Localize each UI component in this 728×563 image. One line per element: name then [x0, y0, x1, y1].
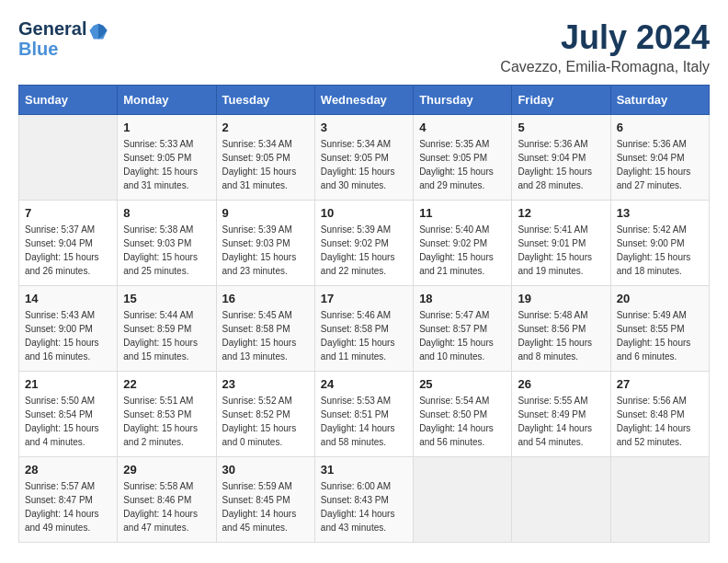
day-number: 19: [518, 292, 604, 305]
day-number: 23: [222, 377, 309, 391]
calendar-cell: 22Sunrise: 5:51 AM Sunset: 8:53 PM Dayli…: [118, 372, 216, 457]
day-info: Sunrise: 5:39 AM Sunset: 9:03 PM Dayligh…: [222, 223, 309, 278]
day-info: Sunrise: 5:45 AM Sunset: 8:58 PM Dayligh…: [222, 308, 309, 363]
calendar-cell: 28Sunrise: 5:57 AM Sunset: 8:47 PM Dayli…: [19, 457, 118, 543]
day-info: Sunrise: 5:39 AM Sunset: 9:02 PM Dayligh…: [321, 223, 407, 278]
calendar-week-row: 7Sunrise: 5:37 AM Sunset: 9:04 PM Daylig…: [19, 201, 710, 286]
calendar-cell: 13Sunrise: 5:42 AM Sunset: 9:00 PM Dayli…: [610, 201, 709, 286]
day-info: Sunrise: 5:55 AM Sunset: 8:49 PM Dayligh…: [518, 394, 604, 449]
calendar-cell: [19, 115, 118, 201]
calendar-week-row: 21Sunrise: 5:50 AM Sunset: 8:54 PM Dayli…: [19, 372, 710, 457]
calendar-cell: 15Sunrise: 5:44 AM Sunset: 8:59 PM Dayli…: [118, 286, 216, 372]
calendar-body: 1Sunrise: 5:33 AM Sunset: 9:05 PM Daylig…: [19, 115, 710, 543]
logo-text: General: [18, 18, 108, 40]
day-info: Sunrise: 5:49 AM Sunset: 8:55 PM Dayligh…: [617, 308, 703, 363]
weekday-header-thursday: Thursday: [414, 86, 512, 115]
day-number: 30: [222, 463, 309, 477]
day-info: Sunrise: 5:48 AM Sunset: 8:56 PM Dayligh…: [518, 308, 604, 363]
calendar-cell: 8Sunrise: 5:38 AM Sunset: 9:03 PM Daylig…: [118, 201, 216, 286]
day-number: 13: [617, 206, 703, 220]
day-info: Sunrise: 5:40 AM Sunset: 9:02 PM Dayligh…: [419, 223, 506, 278]
day-info: Sunrise: 5:56 AM Sunset: 8:48 PM Dayligh…: [617, 394, 703, 449]
day-info: Sunrise: 5:34 AM Sunset: 9:05 PM Dayligh…: [222, 137, 309, 192]
day-number: 10: [321, 206, 407, 220]
weekday-header-monday: Monday: [118, 86, 216, 115]
calendar-cell: 19Sunrise: 5:48 AM Sunset: 8:56 PM Dayli…: [512, 286, 610, 372]
day-info: Sunrise: 5:46 AM Sunset: 8:58 PM Dayligh…: [321, 308, 407, 363]
calendar-cell: 25Sunrise: 5:54 AM Sunset: 8:50 PM Dayli…: [414, 372, 512, 457]
day-number: 14: [25, 292, 111, 305]
page-header: General Blue July 2024 Cavezzo, Emilia-R…: [18, 18, 710, 75]
day-info: Sunrise: 5:41 AM Sunset: 9:01 PM Dayligh…: [518, 223, 604, 278]
calendar-cell: 27Sunrise: 5:56 AM Sunset: 8:48 PM Dayli…: [610, 372, 709, 457]
calendar-cell: 23Sunrise: 5:52 AM Sunset: 8:52 PM Dayli…: [216, 372, 314, 457]
calendar-cell: 11Sunrise: 5:40 AM Sunset: 9:02 PM Dayli…: [414, 201, 512, 286]
day-number: 17: [321, 292, 407, 305]
calendar-cell: 6Sunrise: 5:36 AM Sunset: 9:04 PM Daylig…: [610, 115, 709, 201]
calendar-cell: 10Sunrise: 5:39 AM Sunset: 9:02 PM Dayli…: [314, 201, 413, 286]
day-info: Sunrise: 5:43 AM Sunset: 9:00 PM Dayligh…: [25, 308, 111, 363]
calendar-cell: 26Sunrise: 5:55 AM Sunset: 8:49 PM Dayli…: [512, 372, 610, 457]
calendar-cell: 1Sunrise: 5:33 AM Sunset: 9:05 PM Daylig…: [118, 115, 216, 201]
day-info: Sunrise: 5:38 AM Sunset: 9:03 PM Dayligh…: [123, 223, 210, 278]
month-year: July 2024: [500, 18, 710, 57]
day-number: 25: [419, 377, 506, 391]
weekday-header-saturday: Saturday: [610, 86, 709, 115]
day-number: 7: [25, 206, 111, 220]
day-info: Sunrise: 5:34 AM Sunset: 9:05 PM Dayligh…: [321, 137, 407, 192]
calendar-cell: 9Sunrise: 5:39 AM Sunset: 9:03 PM Daylig…: [216, 201, 314, 286]
calendar-cell: 17Sunrise: 5:46 AM Sunset: 8:58 PM Dayli…: [314, 286, 413, 372]
day-number: 16: [222, 292, 309, 305]
calendar-cell: 21Sunrise: 5:50 AM Sunset: 8:54 PM Dayli…: [19, 372, 118, 457]
logo-blue: Blue: [18, 39, 108, 59]
day-info: Sunrise: 5:52 AM Sunset: 8:52 PM Dayligh…: [222, 394, 309, 449]
day-number: 8: [123, 206, 210, 220]
day-info: Sunrise: 5:33 AM Sunset: 9:05 PM Dayligh…: [123, 137, 210, 192]
day-info: Sunrise: 5:47 AM Sunset: 8:57 PM Dayligh…: [419, 308, 506, 363]
day-info: Sunrise: 5:53 AM Sunset: 8:51 PM Dayligh…: [321, 394, 407, 449]
day-number: 29: [123, 463, 210, 477]
day-number: 20: [617, 292, 703, 305]
day-number: 26: [518, 377, 604, 391]
calendar-cell: 16Sunrise: 5:45 AM Sunset: 8:58 PM Dayli…: [216, 286, 314, 372]
day-number: 6: [617, 121, 703, 134]
day-number: 15: [123, 292, 210, 305]
day-number: 24: [321, 377, 407, 391]
calendar-cell: 14Sunrise: 5:43 AM Sunset: 9:00 PM Dayli…: [19, 286, 118, 372]
day-info: Sunrise: 5:36 AM Sunset: 9:04 PM Dayligh…: [518, 137, 604, 192]
calendar-cell: 29Sunrise: 5:58 AM Sunset: 8:46 PM Dayli…: [118, 457, 216, 543]
calendar-cell: 24Sunrise: 5:53 AM Sunset: 8:51 PM Dayli…: [314, 372, 413, 457]
day-number: 1: [123, 121, 210, 134]
calendar-cell: [512, 457, 610, 543]
weekday-header-row: SundayMondayTuesdayWednesdayThursdayFrid…: [19, 86, 710, 115]
day-info: Sunrise: 5:50 AM Sunset: 8:54 PM Dayligh…: [25, 394, 111, 449]
day-info: Sunrise: 5:57 AM Sunset: 8:47 PM Dayligh…: [25, 479, 111, 534]
calendar-cell: 2Sunrise: 5:34 AM Sunset: 9:05 PM Daylig…: [216, 115, 314, 201]
calendar-week-row: 28Sunrise: 5:57 AM Sunset: 8:47 PM Dayli…: [19, 457, 710, 543]
day-info: Sunrise: 5:35 AM Sunset: 9:05 PM Dayligh…: [419, 137, 506, 192]
calendar-cell: 5Sunrise: 5:36 AM Sunset: 9:04 PM Daylig…: [512, 115, 610, 201]
day-info: Sunrise: 6:00 AM Sunset: 8:43 PM Dayligh…: [321, 479, 407, 534]
day-number: 4: [419, 121, 506, 134]
calendar-cell: [610, 457, 709, 543]
title-section: July 2024 Cavezzo, Emilia-Romagna, Italy: [500, 18, 710, 75]
day-info: Sunrise: 5:51 AM Sunset: 8:53 PM Dayligh…: [123, 394, 210, 449]
calendar-cell: 12Sunrise: 5:41 AM Sunset: 9:01 PM Dayli…: [512, 201, 610, 286]
day-info: Sunrise: 5:36 AM Sunset: 9:04 PM Dayligh…: [617, 137, 703, 192]
day-number: 28: [25, 463, 111, 477]
day-number: 5: [518, 121, 604, 134]
day-info: Sunrise: 5:37 AM Sunset: 9:04 PM Dayligh…: [25, 223, 111, 278]
day-number: 3: [321, 121, 407, 134]
calendar-cell: 7Sunrise: 5:37 AM Sunset: 9:04 PM Daylig…: [19, 201, 118, 286]
weekday-header-sunday: Sunday: [19, 86, 118, 115]
logo: General Blue: [18, 18, 108, 59]
calendar-week-row: 1Sunrise: 5:33 AM Sunset: 9:05 PM Daylig…: [19, 115, 710, 201]
location: Cavezzo, Emilia-Romagna, Italy: [500, 59, 710, 75]
day-number: 22: [123, 377, 210, 391]
calendar-cell: 18Sunrise: 5:47 AM Sunset: 8:57 PM Dayli…: [414, 286, 512, 372]
day-info: Sunrise: 5:59 AM Sunset: 8:45 PM Dayligh…: [222, 479, 309, 534]
calendar-cell: 30Sunrise: 5:59 AM Sunset: 8:45 PM Dayli…: [216, 457, 314, 543]
day-info: Sunrise: 5:42 AM Sunset: 9:00 PM Dayligh…: [617, 223, 703, 278]
calendar-cell: 31Sunrise: 6:00 AM Sunset: 8:43 PM Dayli…: [314, 457, 413, 543]
weekday-header-tuesday: Tuesday: [216, 86, 314, 115]
